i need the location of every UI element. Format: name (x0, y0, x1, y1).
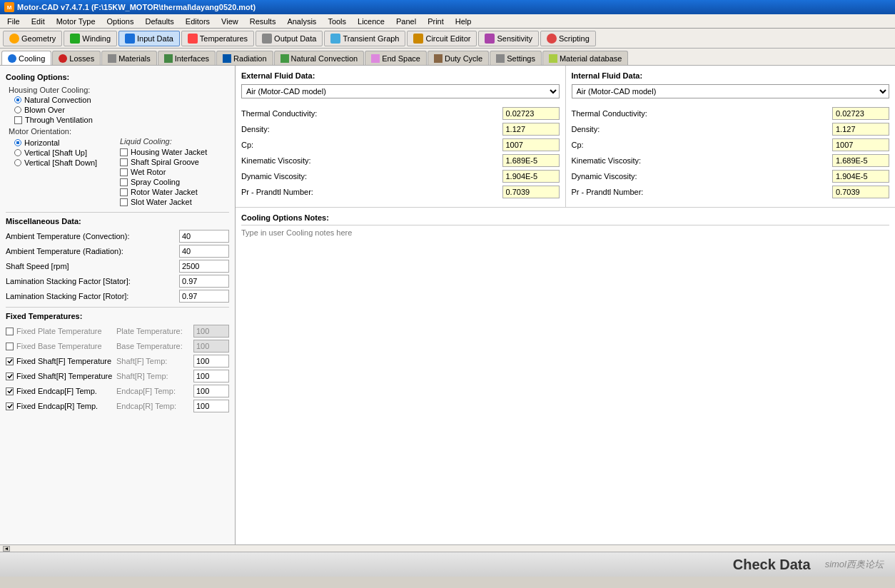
input-data-button[interactable]: Input Data (118, 31, 180, 46)
fixed-temp-checkbox-3[interactable] (6, 372, 14, 380)
int-fluid-input-4[interactable] (832, 170, 889, 183)
transient-graph-button[interactable]: Transient Graph (324, 31, 405, 46)
fixed-temp-checkbox-0[interactable] (6, 328, 14, 335)
shaft-spiral-groove-check[interactable]: Shaft Spiral Groove (120, 158, 229, 166)
shaft-spiral-groove-checkbox[interactable] (120, 158, 128, 166)
tab-duty-cycle[interactable]: Duty Cycle (428, 51, 489, 65)
spray-cooling-checkbox[interactable] (120, 178, 128, 186)
circuit-editor-button[interactable]: Circuit Editor (407, 31, 477, 46)
fixed-temp-check-0[interactable]: Fixed Plate Temperature (6, 327, 116, 335)
slot-water-jacket-check[interactable]: Slot Water Jacket (120, 198, 229, 206)
int-fluid-input-1[interactable] (832, 123, 889, 136)
menu-help[interactable]: Help (450, 16, 477, 27)
misc-field-input-3[interactable] (179, 275, 229, 288)
fixed-temp-input-2[interactable] (193, 355, 229, 368)
sensitivity-button[interactable]: Sensitivity (478, 31, 539, 46)
fixed-temp-check-3[interactable]: Fixed Shaft[R] Temperature (6, 372, 116, 380)
ext-fluid-input-5[interactable] (502, 186, 560, 198)
tab-settings[interactable]: Settings (490, 51, 542, 65)
external-fluid-select[interactable]: Air (Motor-CAD model) Water Custom (241, 84, 560, 98)
natural-convection-radio-btn[interactable] (14, 96, 21, 103)
fixed-temp-check-5[interactable]: Fixed Endcap[R] Temp. (6, 402, 116, 410)
int-fluid-input-0[interactable] (832, 107, 889, 120)
misc-field-input-2[interactable] (179, 260, 229, 273)
fixed-temp-input-3[interactable] (193, 370, 229, 382)
geometry-button[interactable]: Geometry (3, 31, 62, 46)
fixed-temp-input-4[interactable] (193, 385, 229, 397)
temperatures-button[interactable]: Temperatures (181, 31, 254, 46)
menu-print[interactable]: Print (422, 16, 450, 27)
output-data-button[interactable]: Output Data (256, 31, 323, 46)
menu-tools[interactable]: Tools (322, 16, 352, 27)
rotor-water-jacket-checkbox[interactable] (120, 188, 128, 196)
menu-edit[interactable]: Edit (26, 16, 51, 27)
cooling-notes-textarea[interactable] (241, 228, 889, 314)
natural-convection-radio[interactable]: Natural Convection (14, 96, 229, 104)
fixed-temp-checkbox-5[interactable] (6, 402, 14, 410)
tab-natural-convection[interactable]: Natural Convection (274, 51, 365, 65)
tab-material-database[interactable]: Material database (542, 51, 628, 65)
blown-over-radio[interactable]: Blown Over (14, 106, 229, 114)
misc-field-input-0[interactable] (179, 230, 229, 243)
ext-fluid-input-3[interactable] (502, 154, 560, 167)
scroll-left-button[interactable]: ◄ (3, 546, 10, 552)
spray-cooling-check[interactable]: Spray Cooling (120, 178, 229, 186)
vertical-shaft-up-radio[interactable]: Vertical [Shaft Up] (14, 148, 120, 157)
fixed-temp-check-1[interactable]: Fixed Base Temperature (6, 342, 116, 350)
tab-cooling[interactable]: Cooling (1, 51, 51, 65)
menu-defaults[interactable]: Defaults (139, 16, 179, 27)
fixed-temp-check-2[interactable]: Fixed Shaft[F] Temperature (6, 357, 116, 365)
int-fluid-input-2[interactable] (832, 138, 889, 151)
menu-licence[interactable]: Licence (352, 16, 390, 27)
through-ventilation-checkbox[interactable] (14, 116, 22, 124)
fixed-temp-checkbox-1[interactable] (6, 343, 14, 350)
menu-editors[interactable]: Editors (180, 16, 216, 27)
housing-water-jacket-checkbox[interactable] (120, 148, 128, 156)
fixed-temp-checkbox-2[interactable] (6, 358, 14, 365)
horizontal-radio-btn[interactable] (14, 139, 21, 146)
fixed-temp-input-0[interactable] (193, 325, 229, 338)
fixed-temp-input-1[interactable] (193, 340, 229, 353)
tab-radiation[interactable]: Radiation (216, 51, 273, 65)
int-fluid-input-5[interactable] (832, 186, 889, 198)
wet-rotor-checkbox[interactable] (120, 168, 128, 176)
winding-button[interactable]: Winding (64, 31, 117, 46)
ext-fluid-input-4[interactable] (502, 170, 560, 183)
menu-file[interactable]: File (1, 16, 26, 27)
ext-fluid-input-0[interactable] (502, 107, 560, 120)
tab-interfaces[interactable]: Interfaces (158, 51, 216, 65)
rotor-water-jacket-check[interactable]: Rotor Water Jacket (120, 188, 229, 196)
vertical-shaft-down-radio[interactable]: Vertical [Shaft Down] (14, 158, 120, 167)
fixed-temp-input-5[interactable] (193, 400, 229, 412)
tab-end-space[interactable]: End Space (365, 51, 427, 65)
menu-options[interactable]: Options (101, 16, 140, 27)
blown-over-radio-btn[interactable] (14, 106, 21, 113)
ext-fluid-row-3: Kinematic Viscosity: (241, 154, 560, 167)
wet-rotor-check[interactable]: Wet Rotor (120, 168, 229, 176)
ext-fluid-input-2[interactable] (502, 138, 560, 151)
menu-panel[interactable]: Panel (390, 16, 422, 27)
menu-motor-type[interactable]: Motor Type (51, 16, 101, 27)
menu-results[interactable]: Results (244, 16, 282, 27)
tab-materials[interactable]: Materials (101, 51, 157, 65)
wet-rotor-label: Wet Rotor (131, 168, 166, 176)
menu-analysis[interactable]: Analysis (281, 16, 322, 27)
fixed-temp-check-4[interactable]: Fixed Endcap[F] Temp. (6, 387, 116, 395)
fixed-temp-row-0: Fixed Plate Temperature Plate Temperatur… (6, 325, 229, 338)
int-fluid-input-3[interactable] (832, 154, 889, 167)
vertical-shaft-down-radio-btn[interactable] (14, 159, 21, 166)
internal-fluid-select[interactable]: Air (Motor-CAD model) Water Custom (572, 84, 890, 98)
through-ventilation-check[interactable]: Through Ventilation (14, 116, 229, 124)
misc-field-input-1[interactable] (179, 245, 229, 258)
fixed-temp-checkbox-4[interactable] (6, 387, 14, 395)
ext-fluid-input-1[interactable] (502, 123, 560, 136)
housing-water-jacket-check[interactable]: Housing Water Jacket (120, 148, 229, 156)
scripting-button[interactable]: Scripting (540, 31, 596, 46)
horizontal-radio[interactable]: Horizontal (14, 138, 120, 147)
slot-water-jacket-checkbox[interactable] (120, 198, 128, 206)
geometry-label: Geometry (21, 34, 56, 43)
tab-losses[interactable]: Losses (52, 51, 101, 65)
misc-field-input-4[interactable] (179, 290, 229, 303)
menu-view[interactable]: View (216, 16, 244, 27)
vertical-shaft-up-radio-btn[interactable] (14, 149, 21, 156)
